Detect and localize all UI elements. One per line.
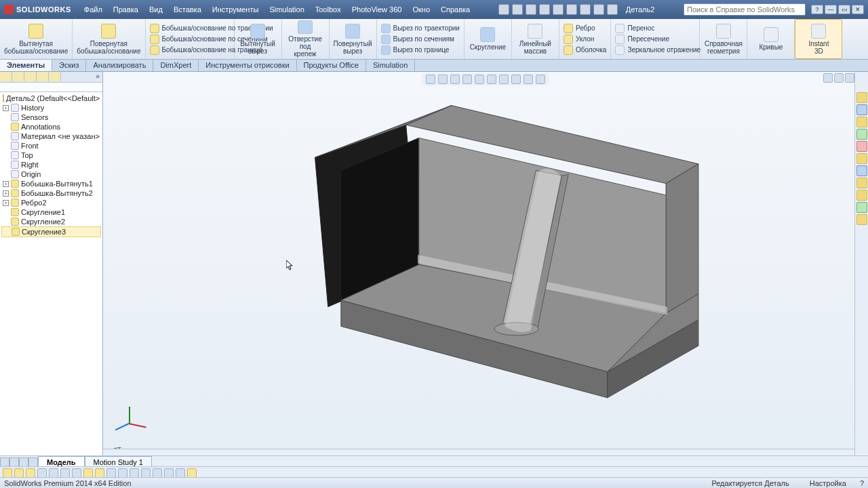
- tab-dimxpert[interactable]: DimXpert: [153, 60, 199, 71]
- wrap-button[interactable]: Перенос: [615, 24, 654, 33]
- menu-view[interactable]: Вид: [144, 3, 167, 16]
- st-icon[interactable]: [83, 468, 93, 478]
- extruded-cut-button[interactable]: Вытянутыйвырез: [235, 19, 282, 59]
- st-icon[interactable]: [176, 468, 185, 478]
- mirror-button[interactable]: Зеркальное отражение: [615, 45, 695, 55]
- help-search-input[interactable]: [684, 3, 806, 16]
- tree-item[interactable]: +History: [1, 103, 101, 113]
- scene-icon[interactable]: [524, 75, 533, 84]
- st-icon[interactable]: [164, 468, 174, 478]
- appearance-icon[interactable]: [511, 75, 521, 84]
- prev-view-icon[interactable]: [450, 75, 460, 84]
- maximize-icon[interactable]: ▭: [838, 5, 850, 14]
- menu-toolbox[interactable]: Toolbox: [311, 3, 346, 16]
- tree-item[interactable]: Sensors: [1, 113, 101, 122]
- hide-show-icon[interactable]: [499, 75, 509, 84]
- tab-last-icon[interactable]: [28, 458, 38, 467]
- rebuild-icon[interactable]: [593, 4, 604, 15]
- swept-boss-button[interactable]: Бобышка/основание по траектории: [150, 24, 230, 33]
- st-icon[interactable]: [72, 468, 81, 478]
- tree-tab-icon[interactable]: [37, 72, 49, 81]
- tab-render[interactable]: Инструменты отрисовки: [199, 60, 296, 71]
- st-icon[interactable]: [118, 468, 127, 478]
- st-icon[interactable]: [95, 468, 104, 478]
- st-icon[interactable]: [37, 468, 47, 478]
- st-icon[interactable]: [49, 468, 58, 478]
- taskpane-library-icon[interactable]: [856, 104, 867, 115]
- revolved-cut-button[interactable]: Повернутыйвырез: [330, 19, 377, 59]
- shell-button[interactable]: Оболочка: [564, 45, 607, 55]
- st-icon[interactable]: [153, 468, 162, 478]
- section-view-icon[interactable]: [462, 75, 472, 84]
- st-icon[interactable]: [26, 468, 35, 478]
- menu-simulation[interactable]: Simulation: [264, 3, 309, 16]
- vp-restore-icon[interactable]: [834, 73, 844, 83]
- st-icon[interactable]: [141, 468, 151, 478]
- tab-first-icon[interactable]: [0, 458, 9, 467]
- taskpane-resources-icon[interactable]: [856, 92, 867, 103]
- tab-next-icon[interactable]: [19, 458, 28, 467]
- zoom-area-icon[interactable]: [438, 75, 448, 84]
- menu-photoview[interactable]: PhotoView 360: [347, 3, 407, 16]
- reference-geometry-button[interactable]: Справочнаягеометрия: [700, 19, 747, 59]
- tree-item[interactable]: +Бобышка-Вытянуть1: [1, 179, 101, 188]
- vp-max-icon[interactable]: [845, 73, 854, 83]
- redo-icon[interactable]: [566, 4, 577, 15]
- status-help-icon[interactable]: ?: [860, 479, 864, 487]
- tree-item[interactable]: +Бобышка-Вытянуть2: [1, 188, 101, 198]
- taskpane-icon[interactable]: [856, 214, 867, 225]
- intersect-button[interactable]: Пересечение: [615, 35, 669, 44]
- taskpane-appearance-icon[interactable]: [856, 141, 867, 152]
- status-customize[interactable]: Настройка: [810, 479, 846, 487]
- taskpane-icon[interactable]: [856, 190, 867, 201]
- view-settings-icon[interactable]: [536, 75, 545, 84]
- taskpane-icon[interactable]: [856, 178, 867, 188]
- boundary-boss-button[interactable]: Бобышка/основание на границе: [150, 45, 230, 55]
- tree-item[interactable]: Скругление1: [1, 207, 101, 217]
- tree-tab-icon[interactable]: [49, 72, 61, 81]
- tree-collapse-icon[interactable]: »: [93, 72, 102, 82]
- st-icon[interactable]: [60, 468, 70, 478]
- tree-item[interactable]: Right: [1, 160, 101, 169]
- zoom-fit-icon[interactable]: [426, 75, 435, 84]
- view-orient-icon[interactable]: [475, 75, 484, 84]
- lofted-boss-button[interactable]: Бобышка/основание по сечениям: [150, 35, 230, 44]
- tree-item[interactable]: +Ребро2: [1, 198, 101, 207]
- st-icon[interactable]: [3, 468, 12, 478]
- taskpane-view-palette-icon[interactable]: [856, 129, 867, 140]
- new-icon[interactable]: [498, 4, 509, 15]
- tree-item[interactable]: Top: [1, 150, 101, 160]
- curves-button[interactable]: Кривые: [747, 19, 795, 59]
- select-icon[interactable]: [580, 4, 591, 15]
- undo-icon[interactable]: [553, 4, 564, 15]
- draft-button[interactable]: Уклон: [564, 35, 594, 44]
- rib-button[interactable]: Ребро: [564, 24, 595, 33]
- st-icon[interactable]: [130, 468, 139, 478]
- taskpane-forum-icon[interactable]: [856, 165, 867, 176]
- menu-insert[interactable]: Вставка: [169, 3, 206, 16]
- menu-window[interactable]: Окно: [408, 3, 435, 16]
- st-icon[interactable]: [14, 468, 24, 478]
- tree-tab-icon[interactable]: [12, 72, 24, 81]
- orientation-triad[interactable]: [114, 407, 148, 441]
- options-icon[interactable]: [607, 4, 618, 15]
- tab-prev-icon[interactable]: [9, 458, 19, 467]
- tab-simulation[interactable]: Simulation: [366, 60, 415, 71]
- tree-filter[interactable]: [0, 83, 102, 92]
- tree-item[interactable]: Origin: [1, 169, 101, 179]
- menu-file[interactable]: Файл: [79, 3, 107, 16]
- help-dropdown-icon[interactable]: ?: [811, 5, 823, 14]
- close-icon[interactable]: ✕: [852, 5, 864, 14]
- tree-item[interactable]: Скругление3: [1, 226, 101, 237]
- fillet-button[interactable]: Скругление: [465, 19, 512, 59]
- open-icon[interactable]: [512, 4, 523, 15]
- hole-wizard-button[interactable]: Отверстиеподкрепеж: [282, 19, 330, 59]
- linear-pattern-button[interactable]: Линейныймассив: [512, 19, 559, 59]
- instant-3d-button[interactable]: Instant3D: [795, 19, 842, 59]
- boundary-cut-button[interactable]: Вырез по границе: [381, 45, 450, 55]
- taskpane-explorer-icon[interactable]: [856, 117, 867, 127]
- lofted-cut-button[interactable]: Вырез по сечениям: [381, 35, 454, 44]
- tree-tab-icon[interactable]: [24, 72, 37, 81]
- display-style-icon[interactable]: [487, 75, 496, 84]
- menu-tools[interactable]: Инструменты: [208, 3, 264, 16]
